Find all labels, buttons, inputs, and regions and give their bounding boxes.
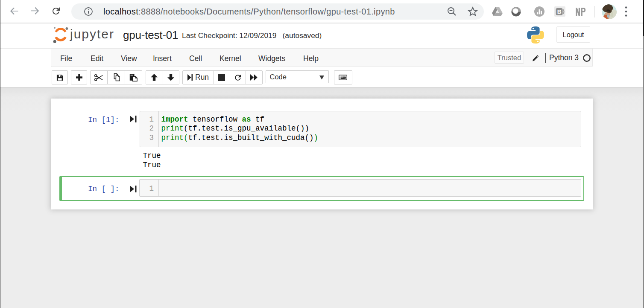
svg-text:B: B bbox=[557, 9, 562, 15]
